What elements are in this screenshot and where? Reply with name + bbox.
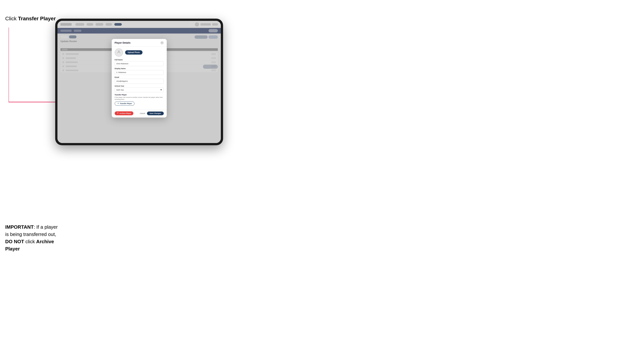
instruction-important-area: IMPORTANT: If a player is being transfer… — [5, 223, 59, 253]
transfer-player-label: Transfer Player — [120, 103, 132, 104]
modal-close-button[interactable]: × — [160, 41, 164, 44]
modal-footer: Archive Player Cancel Save Changes — [112, 110, 167, 118]
modal-overlay: Player Details × — [58, 21, 221, 143]
transfer-section-title: Transfer Player — [115, 94, 164, 96]
instruction-transfer-bold: Transfer Player — [18, 16, 56, 21]
instruction-do-not-bold: DO NOT — [5, 239, 24, 244]
full-name-input[interactable] — [115, 61, 164, 66]
footer-right: Cancel Save Changes — [140, 112, 164, 115]
save-changes-button[interactable]: Save Changes — [147, 112, 164, 115]
modal-title: Player Details — [115, 41, 130, 44]
photo-upload-row: Upload Photo — [115, 48, 164, 57]
transfer-player-section: Transfer Player If this player has moved… — [115, 94, 164, 106]
close-icon: × — [162, 42, 163, 44]
ipad-screen: Update Roster — [58, 21, 221, 143]
app-background: Update Roster — [58, 21, 221, 143]
instruction-rest: click — [24, 239, 36, 244]
full-name-group: Full Name — [115, 59, 164, 66]
modal-body: Upload Photo Full Name Display Name — [112, 46, 167, 109]
instruction-important-bold: IMPORTANT — [5, 224, 34, 230]
instruction-area: Click Transfer Player — [5, 15, 58, 26]
email-input[interactable] — [115, 79, 164, 84]
player-details-modal: Player Details × — [112, 39, 167, 118]
display-name-group: Display Name — [115, 68, 164, 75]
transfer-section-desc: If this player has moved to another scho… — [115, 96, 164, 100]
avatar-circle — [115, 48, 123, 57]
email-group: Email — [115, 76, 164, 84]
modal-header: Player Details × — [112, 39, 167, 46]
ipad-device: Update Roster — [55, 19, 223, 145]
email-label: Email — [115, 76, 164, 78]
full-name-label: Full Name — [115, 59, 164, 61]
transfer-icon — [117, 102, 119, 105]
display-name-input[interactable] — [115, 70, 164, 75]
upload-photo-button[interactable]: Upload Photo — [125, 50, 142, 55]
archive-player-button[interactable]: Archive Player — [115, 111, 134, 115]
avatar-icon — [117, 50, 121, 55]
school-year-label: School Year — [115, 85, 164, 87]
transfer-player-button[interactable]: Transfer Player — [115, 102, 134, 106]
display-name-label: Display Name — [115, 68, 164, 69]
cancel-button[interactable]: Cancel — [140, 113, 145, 114]
school-year-select[interactable]: Sixth Year First Year Second Year Third … — [115, 88, 164, 92]
archive-icon — [117, 112, 118, 114]
school-year-group: School Year Sixth Year First Year Second… — [115, 85, 164, 92]
instruction-click-text: Click Transfer Player — [5, 15, 58, 22]
archive-player-label: Archive Player — [120, 113, 131, 114]
svg-point-3 — [118, 51, 119, 52]
